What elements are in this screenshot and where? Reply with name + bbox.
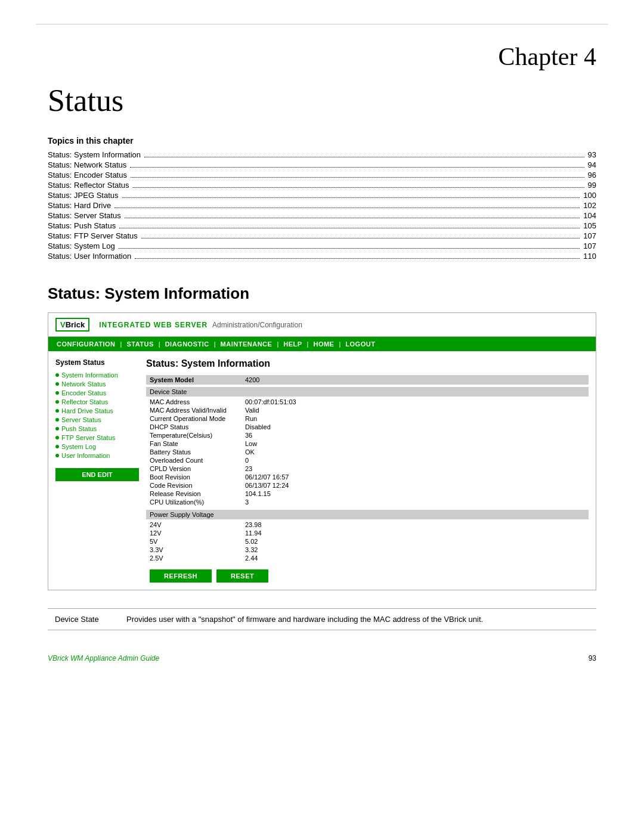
toc-dots [141,238,580,239]
system-model-row: System Model 4200 [146,375,589,385]
device-state-bar: Device State [146,387,589,397]
toc-entry: Status: FTP Server Status107 [48,231,596,240]
info-row: MAC Address00:07:df:01:51:03 [146,398,589,406]
info-row-label: Release Revision [150,490,245,497]
info-row-label: 2.5V [150,555,245,562]
toc-container: Status: System Information93Status: Netw… [48,150,596,261]
sidebar-dot-icon [55,436,59,439]
toc-dots [125,218,580,218]
nav-logout[interactable]: LOGOUT [342,339,379,349]
nav-help[interactable]: HELP [280,339,305,349]
sidebar-item[interactable]: User Information [55,451,139,460]
info-row-label: 5V [150,538,245,545]
toc-page-number: 102 [583,201,596,210]
info-row: 24V23.98 [146,521,589,529]
version-fields-container: CPLD Version23Boot Revision06/12/07 16:5… [146,465,589,506]
page-footer: VBrick WM Appliance Admin Guide 93 [0,642,644,674]
sidebar-dot-icon [55,409,59,413]
end-edit-button[interactable]: END EDIT [55,468,139,481]
desc-row: Device State Provides user with a "snaps… [48,609,596,630]
vbrick-header: VBrick INTEGRATED WEB SERVER Administrat… [48,313,596,337]
refresh-button[interactable]: REFRESH [150,569,212,583]
main-content: Status: System Information System Model … [146,358,589,583]
content-title: Status: System Information [146,358,589,369]
toc-entry-label: Status: Encoder Status [48,171,127,179]
system-model-value: 4200 [245,376,259,383]
nav-maintenance[interactable]: MAINTENANCE [217,339,276,349]
sidebar-item[interactable]: Server Status [55,415,139,424]
info-row-label: CPLD Version [150,465,245,472]
toc-entry-label: Status: System Information [48,150,141,159]
toc-page-number: 110 [583,252,596,261]
toc-page-number: 93 [588,150,596,159]
toc-dots [119,248,580,249]
info-row-label: Boot Revision [150,473,245,481]
sidebar-item-label: Encoder Status [61,389,106,397]
sidebar-dot-icon [55,418,59,422]
toc-entry-label: Status: Push Status [48,221,116,230]
toc-page-number: 104 [583,211,596,220]
desc-label: Device State [48,609,119,630]
toc-entry: Status: Push Status105 [48,221,596,230]
info-row: Boot Revision06/12/07 16:57 [146,473,589,481]
sidebar-item-label: FTP Server Status [61,434,115,441]
reset-button[interactable]: RESET [216,569,268,583]
nav-diagnostic[interactable]: DIAGNOSTIC [162,339,213,349]
toc-entry: Status: Hard Drive102 [48,201,596,210]
toc-page-number: 107 [583,231,596,240]
power-fields-container: 24V23.9812V11.945V5.023.3V3.322.5V2.44 [146,521,589,562]
nav-home[interactable]: HOME [309,339,338,349]
info-row-value: 23 [245,465,252,472]
toc-dots [114,208,580,208]
toc-entry-label: Status: User Information [48,252,131,261]
sidebar-item[interactable]: Hard Drive Status [55,406,139,415]
sidebar-item[interactable]: Push Status [55,424,139,433]
sidebar-item[interactable]: System Information [55,370,139,379]
info-row-value: 06/12/07 16:57 [245,473,289,481]
sidebar-title: System Status [55,358,139,367]
sidebar-item[interactable]: FTP Server Status [55,433,139,442]
info-row: Temperature(Celsius)36 [146,431,589,439]
power-section-bar: Power Supply Voltage [146,510,589,519]
sidebar-items-container: System InformationNetwork StatusEncoder … [55,370,139,460]
nav-status[interactable]: STATUS [123,339,157,349]
toc-page-number: 99 [588,181,596,190]
toc-dots [130,167,584,168]
info-row: DHCP StatusDisabled [146,423,589,431]
toc-page-number: 96 [588,171,596,179]
info-row: 2.5V2.44 [146,554,589,562]
info-row: CPU Utilization(%)3 [146,498,589,506]
info-row-label: Temperature(Celsius) [150,432,245,439]
device-fields-container: MAC Address00:07:df:01:51:03MAC Address … [146,398,589,465]
sidebar-dot-icon [55,445,59,448]
info-row: Release Revision104.1.15 [146,490,589,498]
info-row-label: Fan State [150,440,245,447]
sidebar-item-label: Push Status [61,425,97,432]
sidebar-item[interactable]: Encoder Status [55,388,139,397]
sidebar-item[interactable]: Reflector Status [55,397,139,406]
nav-configuration[interactable]: CONFIGURATION [53,339,119,349]
info-row-label: Current Operational Mode [150,415,245,422]
info-row-value: 23.98 [245,521,262,528]
info-row-value: Valid [245,407,259,414]
sidebar-item-label: User Information [61,452,110,459]
button-row: REFRESH RESET [146,569,589,583]
desc-table: Device State Provides user with a "snaps… [48,608,596,630]
sidebar-item[interactable]: System Log [55,442,139,451]
info-row: Battery StatusOK [146,448,589,456]
info-row-value: 11.94 [245,529,262,537]
topics-title: Topics in this chapter [48,136,596,145]
page-container: Chapter 4 Status Topics in this chapter … [0,24,644,833]
sidebar-item-label: Reflector Status [61,398,108,405]
admin-config-text: Administration/Configuration [212,321,302,329]
sidebar-item-label: Hard Drive Status [61,407,113,414]
toc-entry: Status: Server Status104 [48,211,596,220]
sidebar-item-label: Server Status [61,416,101,423]
info-row-value: 3.32 [245,546,258,553]
sidebar-item[interactable]: Network Status [55,379,139,388]
system-model-label: System Model [150,376,245,383]
info-row-value: Disabled [245,423,271,431]
toc-dots [122,197,580,198]
toc-entry: Status: Network Status94 [48,160,596,169]
toc-entry: Status: Reflector Status99 [48,181,596,190]
